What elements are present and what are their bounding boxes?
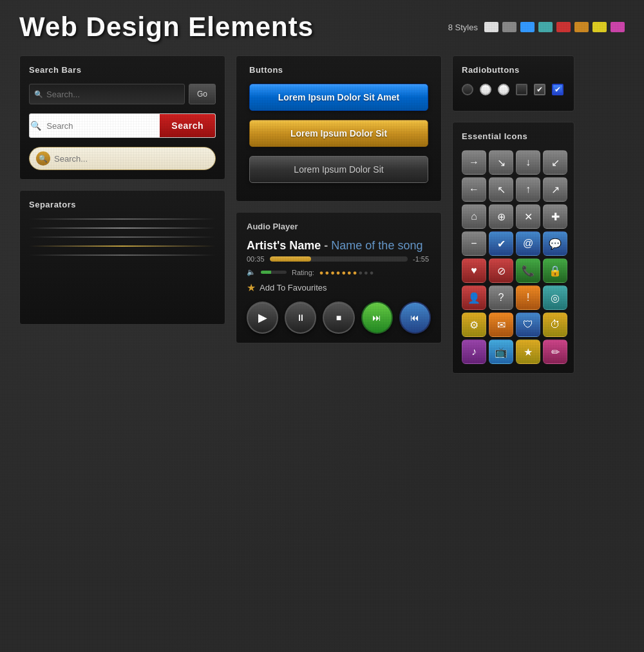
search-button[interactable]: Search <box>160 114 215 137</box>
rating-dots: ●●●●●●●●●● <box>319 269 375 276</box>
main-content: Search Bars 🔍 Go 🔍 Search 🔍 <box>0 49 644 380</box>
styles-section: 8 Styles <box>448 22 625 32</box>
favourites-row[interactable]: ★ Add To Favourites <box>247 282 431 294</box>
style-swatch-1[interactable] <box>484 22 498 32</box>
add-icon[interactable]: ✚ <box>543 204 567 229</box>
forward-button[interactable]: ⏭ <box>361 302 393 334</box>
style-swatch-5[interactable] <box>556 22 571 32</box>
styles-label: 8 Styles <box>448 23 478 32</box>
search-bar-1: 🔍 Go <box>29 84 216 104</box>
separator-2 <box>29 227 216 229</box>
separator-3 <box>29 236 216 238</box>
style-swatch-6[interactable] <box>574 22 589 32</box>
search-icon-1: 🔍 <box>34 90 43 99</box>
clock-icon[interactable]: ⏱ <box>543 312 567 337</box>
search-input-2[interactable] <box>41 114 160 137</box>
search-bars-title: Search Bars <box>29 65 216 75</box>
search-bar-2: 🔍 Search <box>29 113 216 138</box>
rating-label: Rating: <box>292 269 314 276</box>
chat-icon[interactable]: 💬 <box>543 231 567 256</box>
radiobuttons-panel: Radiobuttons ✔ ✔ <box>452 55 574 111</box>
icons-grid: → ↘ ↓ ↙ ← ↖ ↑ ↗ ⌂ ⊕ ✕ ✚ − ✔ @ 💬 ♥ ⊘ 📞 🔒 <box>462 150 565 364</box>
button-blue[interactable]: Lorem Ipsum Dolor Sit Amet <box>249 84 428 111</box>
essential-icons-panel: Essential Icons → ↘ ↓ ↙ ← ↖ ↑ ↗ ⌂ ⊕ ✕ ✚ … <box>452 122 574 374</box>
style-swatch-8[interactable] <box>611 22 625 32</box>
artist-name: Artist's Name - Name of the song <box>247 239 431 253</box>
middle-column: Buttons Lorem Ipsum Dolor Sit Amet Lorem… <box>236 55 442 374</box>
volume-icon: 🔈 <box>247 268 256 276</box>
backward-button[interactable]: ⏮ <box>399 302 431 334</box>
separator-5 <box>29 254 216 256</box>
separator-4 <box>29 245 216 247</box>
radio-1[interactable] <box>462 84 473 95</box>
help-icon[interactable]: ? <box>489 285 513 310</box>
arrow-up-left-icon[interactable]: ↖ <box>489 177 513 202</box>
volume-row: 🔈 Rating: ●●●●●●●●●● <box>247 268 431 276</box>
star-rating-icon[interactable]: ★ <box>516 340 540 364</box>
arrow-down-left-icon[interactable]: ↙ <box>543 150 567 175</box>
tv-icon[interactable]: 📺 <box>489 340 513 364</box>
alert-icon[interactable]: ! <box>516 285 540 310</box>
stop-button[interactable]: ■ <box>323 302 354 334</box>
progress-fill <box>270 256 311 262</box>
phone-icon[interactable]: 📞 <box>516 258 540 283</box>
arrow-down-right-icon[interactable]: ↘ <box>489 150 513 175</box>
search-input-3[interactable] <box>54 154 209 164</box>
arrow-right-icon[interactable]: → <box>462 150 486 175</box>
pause-button[interactable]: ⏸ <box>285 302 316 334</box>
checkbox-1[interactable] <box>516 84 527 95</box>
button-gold[interactable]: Lorem Ipsum Dolor Sit <box>249 120 428 147</box>
search-input-1[interactable] <box>29 84 185 104</box>
at-icon[interactable]: @ <box>516 231 540 256</box>
music-icon[interactable]: ♪ <box>462 340 486 364</box>
time-current: 00:35 <box>247 255 265 263</box>
radiobuttons-title: Radiobuttons <box>462 65 565 75</box>
search-icon-2: 🔍 <box>30 120 41 131</box>
checkbox-2[interactable]: ✔ <box>534 84 545 95</box>
info-icon[interactable]: ◎ <box>543 285 567 310</box>
volume-fill <box>261 271 271 274</box>
radio-3[interactable] <box>498 84 509 95</box>
style-swatch-3[interactable] <box>520 22 535 32</box>
search-bars-panel: Search Bars 🔍 Go 🔍 Search 🔍 <box>19 55 225 180</box>
arrow-up-right-icon[interactable]: ↗ <box>543 177 567 202</box>
arrow-down-icon[interactable]: ↓ <box>516 150 540 175</box>
volume-bar[interactable] <box>261 271 287 274</box>
shield-icon[interactable]: 🛡 <box>516 312 540 337</box>
progress-bar[interactable] <box>270 256 408 262</box>
radio-2[interactable] <box>480 84 491 95</box>
favourites-label: Add To Favourites <box>260 283 327 292</box>
search-wrapper-1: 🔍 <box>29 84 185 104</box>
style-swatch-2[interactable] <box>502 22 516 32</box>
go-button[interactable]: Go <box>189 84 216 104</box>
play-button[interactable]: ▶ <box>247 302 278 334</box>
minus-icon[interactable]: − <box>462 231 486 256</box>
star-icon: ★ <box>247 282 256 294</box>
radio-row: ✔ ✔ <box>462 84 565 95</box>
user-icon[interactable]: 👤 <box>462 285 486 310</box>
separator-1 <box>29 218 216 220</box>
buttons-panel: Buttons Lorem Ipsum Dolor Sit Amet Lorem… <box>236 55 442 202</box>
checkbox-3[interactable]: ✔ <box>552 84 564 95</box>
separators-title: Separators <box>29 200 216 209</box>
edit-icon[interactable]: ✏ <box>543 340 567 364</box>
search-icon-3: 🔍 <box>36 151 50 166</box>
search-icon[interactable]: ⊕ <box>489 204 513 229</box>
button-dark[interactable]: Lorem Ipsum Dolor Sit <box>249 156 428 183</box>
style-swatch-4[interactable] <box>538 22 553 32</box>
check-icon[interactable]: ✔ <box>489 231 513 256</box>
arrow-left-icon[interactable]: ← <box>462 177 486 202</box>
page-title: Web Design Elements <box>19 12 314 43</box>
settings-icon[interactable]: ⚙ <box>462 312 486 337</box>
style-swatch-7[interactable] <box>592 22 607 32</box>
lock-icon[interactable]: 🔒 <box>543 258 567 283</box>
buttons-title: Buttons <box>249 65 428 75</box>
arrow-up-icon[interactable]: ↑ <box>516 177 540 202</box>
separators-panel: Separators <box>19 190 225 325</box>
home-icon[interactable]: ⌂ <box>462 204 486 229</box>
progress-row: 00:35 -1:55 <box>247 255 431 263</box>
heart-icon[interactable]: ♥ <box>462 258 486 283</box>
cancel-icon[interactable]: ⊘ <box>489 258 513 283</box>
mail-icon[interactable]: ✉ <box>489 312 513 337</box>
close-icon[interactable]: ✕ <box>516 204 540 229</box>
